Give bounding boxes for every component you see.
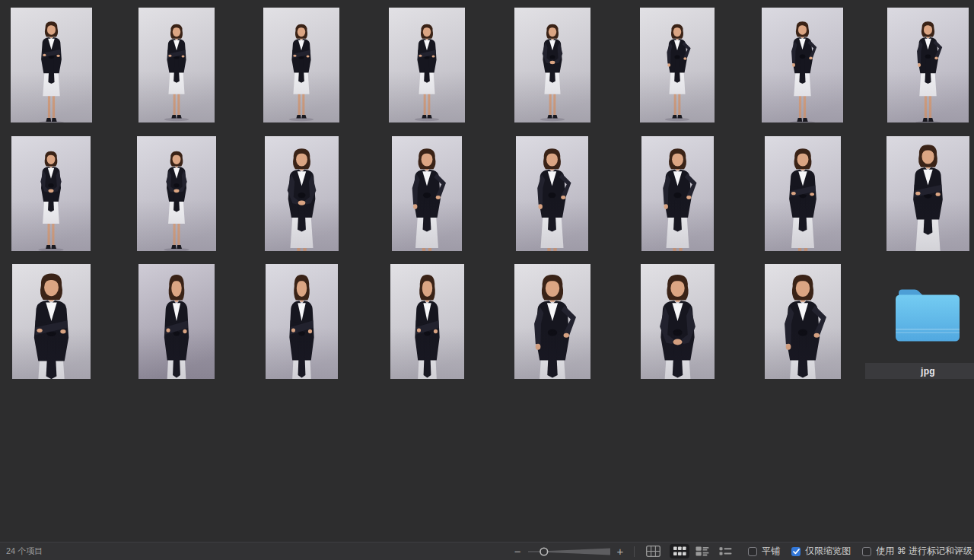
- detail-list-icon: [719, 546, 732, 556]
- photo-thumbnail[interactable]: [392, 136, 462, 251]
- photo-thumbnail[interactable]: [886, 136, 969, 251]
- view-mode-buttons: [641, 544, 737, 558]
- checkbox-checked[interactable]: [791, 547, 801, 556]
- photo-thumbnail[interactable]: [640, 8, 715, 123]
- checkbox-label: 仅限缩览图: [805, 545, 851, 558]
- photo-thumbnail[interactable]: [137, 136, 216, 251]
- checkbox-unchecked[interactable]: [862, 547, 871, 556]
- grid-lines-icon: [646, 546, 660, 557]
- thumbnail-grid-icon: [673, 546, 686, 556]
- photo-thumbnail[interactable]: [263, 8, 339, 123]
- zoom-in-button[interactable]: +: [613, 546, 628, 557]
- photo-thumbnail[interactable]: [12, 264, 91, 379]
- folder-item[interactable]: jpg: [865, 264, 974, 379]
- photo-thumbnail[interactable]: [138, 264, 215, 379]
- photo-thumbnail[interactable]: [514, 8, 590, 123]
- photo-thumbnail[interactable]: [641, 264, 715, 379]
- view-mode-grid-lines-button[interactable]: [643, 544, 663, 558]
- photo-thumbnail[interactable]: [514, 264, 590, 379]
- checkbox-group-1: 仅限缩览图: [791, 545, 851, 558]
- folder-label: jpg: [921, 366, 935, 377]
- zoom-out-button[interactable]: −: [511, 546, 525, 557]
- photo-thumbnail[interactable]: [389, 8, 465, 123]
- folder-icon: [891, 264, 964, 363]
- photo-thumbnail[interactable]: [765, 136, 841, 251]
- photo-thumbnail[interactable]: [887, 8, 969, 123]
- checkbox-group-0: 平铺: [748, 545, 780, 558]
- checkbox-group-2: 使用 ⌘ 进行标记和评级: [862, 545, 972, 558]
- checkbox-unchecked[interactable]: [748, 547, 757, 556]
- photo-thumbnail[interactable]: [641, 136, 714, 251]
- thumbnail-list-icon: [695, 546, 709, 556]
- photo-thumbnail[interactable]: [390, 264, 464, 379]
- photo-thumbnail[interactable]: [762, 8, 843, 123]
- folder-label-strip: jpg: [865, 363, 974, 379]
- zoom-slider[interactable]: [527, 546, 612, 558]
- checkbox-label: 平铺: [762, 545, 780, 558]
- thumbnail-grid: jpg: [0, 0, 974, 542]
- status-bar: 24 个项目 − + 平铺 仅限缩览图 使用 ⌘ 进行标记和评级: [0, 542, 974, 560]
- view-mode-thumbnail-list-button[interactable]: [692, 544, 712, 558]
- statusbar-controls: − + 平铺 仅限缩览图 使用 ⌘ 进行标记和评级: [511, 544, 972, 558]
- photo-thumbnail[interactable]: [266, 264, 338, 379]
- checkbox-label: 使用 ⌘ 进行标记和评级: [876, 545, 972, 558]
- photo-thumbnail[interactable]: [11, 8, 92, 123]
- view-mode-thumbnail-grid-button[interactable]: [670, 544, 689, 558]
- zoom-slider-knob[interactable]: [540, 548, 548, 555]
- view-mode-detail-list-button[interactable]: [715, 544, 735, 558]
- item-count: 24 个项目: [6, 546, 43, 557]
- photo-thumbnail[interactable]: [765, 264, 841, 379]
- divider: [634, 546, 635, 557]
- statusbar-checkboxes: 平铺 仅限缩览图 使用 ⌘ 进行标记和评级: [737, 545, 972, 558]
- photo-thumbnail[interactable]: [138, 8, 215, 123]
- photo-thumbnail[interactable]: [516, 136, 588, 251]
- photo-thumbnail[interactable]: [265, 136, 339, 251]
- photo-thumbnail[interactable]: [11, 136, 91, 251]
